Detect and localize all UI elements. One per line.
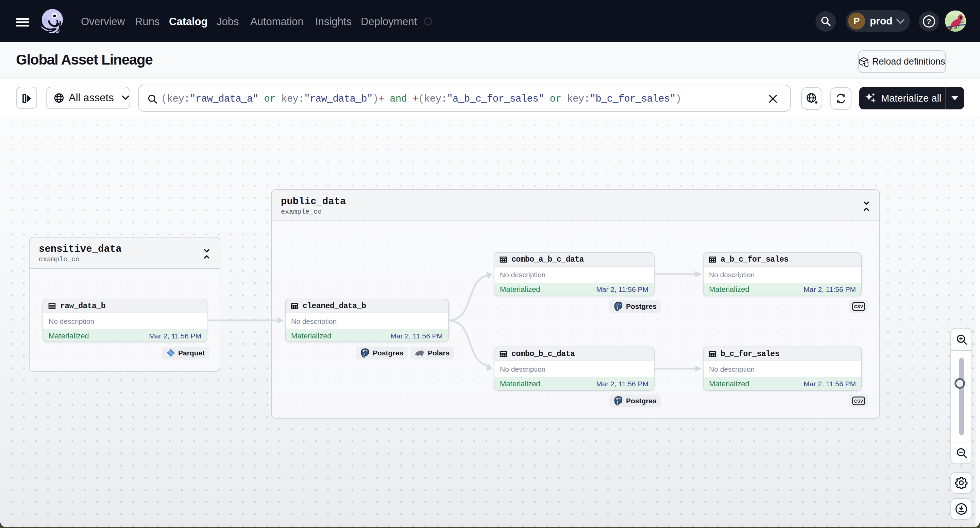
svg-text:?: ?	[927, 17, 931, 26]
svg-text:CSV: CSV	[854, 399, 863, 404]
svg-text:CSV: CSV	[854, 304, 863, 309]
